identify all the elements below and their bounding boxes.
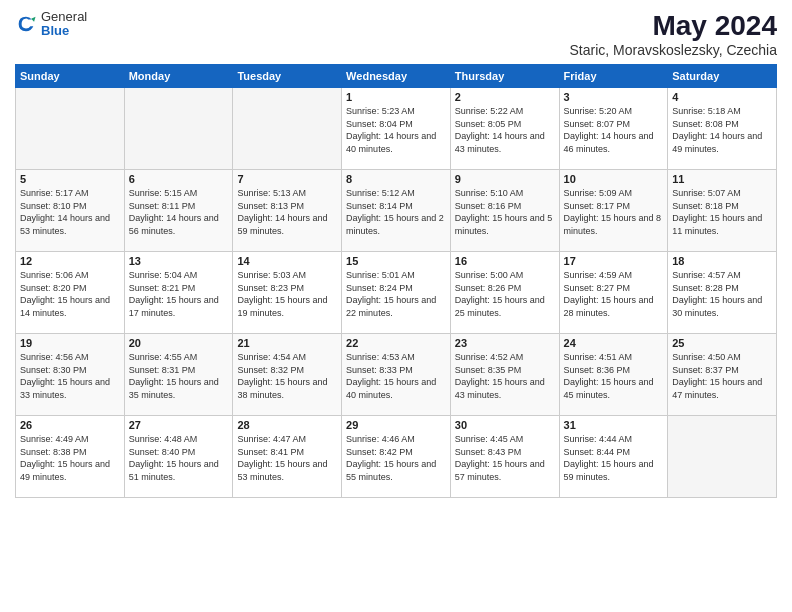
title-area: May 2024 Staric, Moravskoslezsky, Czechi… bbox=[570, 10, 777, 58]
sun-info: Sunrise: 4:50 AM Sunset: 8:37 PM Dayligh… bbox=[672, 351, 772, 401]
sun-info: Sunrise: 4:47 AM Sunset: 8:41 PM Dayligh… bbox=[237, 433, 337, 483]
day-number: 10 bbox=[564, 173, 664, 185]
calendar-cell: 25 Sunrise: 4:50 AM Sunset: 8:37 PM Dayl… bbox=[668, 334, 777, 416]
calendar-cell: 9 Sunrise: 5:10 AM Sunset: 8:16 PM Dayli… bbox=[450, 170, 559, 252]
day-number: 21 bbox=[237, 337, 337, 349]
sun-info: Sunrise: 4:46 AM Sunset: 8:42 PM Dayligh… bbox=[346, 433, 446, 483]
day-number: 25 bbox=[672, 337, 772, 349]
day-number: 4 bbox=[672, 91, 772, 103]
day-number: 31 bbox=[564, 419, 664, 431]
day-number: 1 bbox=[346, 91, 446, 103]
calendar-cell: 28 Sunrise: 4:47 AM Sunset: 8:41 PM Dayl… bbox=[233, 416, 342, 498]
calendar-cell: 27 Sunrise: 4:48 AM Sunset: 8:40 PM Dayl… bbox=[124, 416, 233, 498]
calendar-cell: 21 Sunrise: 4:54 AM Sunset: 8:32 PM Dayl… bbox=[233, 334, 342, 416]
day-number: 26 bbox=[20, 419, 120, 431]
day-number: 3 bbox=[564, 91, 664, 103]
week-row-4: 19 Sunrise: 4:56 AM Sunset: 8:30 PM Dayl… bbox=[16, 334, 777, 416]
sun-info: Sunrise: 5:18 AM Sunset: 8:08 PM Dayligh… bbox=[672, 105, 772, 155]
header-saturday: Saturday bbox=[668, 65, 777, 88]
header-monday: Monday bbox=[124, 65, 233, 88]
week-row-1: 1 Sunrise: 5:23 AM Sunset: 8:04 PM Dayli… bbox=[16, 88, 777, 170]
sun-info: Sunrise: 5:01 AM Sunset: 8:24 PM Dayligh… bbox=[346, 269, 446, 319]
sun-info: Sunrise: 4:56 AM Sunset: 8:30 PM Dayligh… bbox=[20, 351, 120, 401]
header: General Blue May 2024 Staric, Moravskosl… bbox=[15, 10, 777, 58]
calendar-cell bbox=[124, 88, 233, 170]
header-row: Sunday Monday Tuesday Wednesday Thursday… bbox=[16, 65, 777, 88]
calendar-cell: 12 Sunrise: 5:06 AM Sunset: 8:20 PM Dayl… bbox=[16, 252, 125, 334]
day-number: 28 bbox=[237, 419, 337, 431]
calendar-cell: 17 Sunrise: 4:59 AM Sunset: 8:27 PM Dayl… bbox=[559, 252, 668, 334]
sun-info: Sunrise: 4:52 AM Sunset: 8:35 PM Dayligh… bbox=[455, 351, 555, 401]
location-title: Staric, Moravskoslezsky, Czechia bbox=[570, 42, 777, 58]
calendar-cell: 5 Sunrise: 5:17 AM Sunset: 8:10 PM Dayli… bbox=[16, 170, 125, 252]
logo-general: General bbox=[41, 10, 87, 24]
sun-info: Sunrise: 4:48 AM Sunset: 8:40 PM Dayligh… bbox=[129, 433, 229, 483]
calendar-cell: 24 Sunrise: 4:51 AM Sunset: 8:36 PM Dayl… bbox=[559, 334, 668, 416]
day-number: 14 bbox=[237, 255, 337, 267]
calendar-cell bbox=[233, 88, 342, 170]
logo-text: General Blue bbox=[41, 10, 87, 39]
sun-info: Sunrise: 4:54 AM Sunset: 8:32 PM Dayligh… bbox=[237, 351, 337, 401]
sun-info: Sunrise: 5:07 AM Sunset: 8:18 PM Dayligh… bbox=[672, 187, 772, 237]
calendar-table: Sunday Monday Tuesday Wednesday Thursday… bbox=[15, 64, 777, 498]
calendar-cell: 2 Sunrise: 5:22 AM Sunset: 8:05 PM Dayli… bbox=[450, 88, 559, 170]
calendar-cell: 11 Sunrise: 5:07 AM Sunset: 8:18 PM Dayl… bbox=[668, 170, 777, 252]
calendar-cell bbox=[16, 88, 125, 170]
week-row-5: 26 Sunrise: 4:49 AM Sunset: 8:38 PM Dayl… bbox=[16, 416, 777, 498]
calendar-cell: 1 Sunrise: 5:23 AM Sunset: 8:04 PM Dayli… bbox=[342, 88, 451, 170]
sun-info: Sunrise: 5:03 AM Sunset: 8:23 PM Dayligh… bbox=[237, 269, 337, 319]
day-number: 20 bbox=[129, 337, 229, 349]
calendar-cell: 15 Sunrise: 5:01 AM Sunset: 8:24 PM Dayl… bbox=[342, 252, 451, 334]
sun-info: Sunrise: 5:23 AM Sunset: 8:04 PM Dayligh… bbox=[346, 105, 446, 155]
header-wednesday: Wednesday bbox=[342, 65, 451, 88]
day-number: 15 bbox=[346, 255, 446, 267]
day-number: 24 bbox=[564, 337, 664, 349]
day-number: 27 bbox=[129, 419, 229, 431]
day-number: 8 bbox=[346, 173, 446, 185]
sun-info: Sunrise: 5:00 AM Sunset: 8:26 PM Dayligh… bbox=[455, 269, 555, 319]
header-sunday: Sunday bbox=[16, 65, 125, 88]
week-row-2: 5 Sunrise: 5:17 AM Sunset: 8:10 PM Dayli… bbox=[16, 170, 777, 252]
month-title: May 2024 bbox=[570, 10, 777, 42]
day-number: 23 bbox=[455, 337, 555, 349]
calendar-cell: 20 Sunrise: 4:55 AM Sunset: 8:31 PM Dayl… bbox=[124, 334, 233, 416]
calendar-cell: 18 Sunrise: 4:57 AM Sunset: 8:28 PM Dayl… bbox=[668, 252, 777, 334]
day-number: 6 bbox=[129, 173, 229, 185]
sun-info: Sunrise: 4:49 AM Sunset: 8:38 PM Dayligh… bbox=[20, 433, 120, 483]
sun-info: Sunrise: 5:06 AM Sunset: 8:20 PM Dayligh… bbox=[20, 269, 120, 319]
sun-info: Sunrise: 5:22 AM Sunset: 8:05 PM Dayligh… bbox=[455, 105, 555, 155]
logo-blue: Blue bbox=[41, 24, 87, 38]
sun-info: Sunrise: 4:45 AM Sunset: 8:43 PM Dayligh… bbox=[455, 433, 555, 483]
logo-icon bbox=[15, 13, 37, 35]
day-number: 29 bbox=[346, 419, 446, 431]
sun-info: Sunrise: 5:04 AM Sunset: 8:21 PM Dayligh… bbox=[129, 269, 229, 319]
sun-info: Sunrise: 5:09 AM Sunset: 8:17 PM Dayligh… bbox=[564, 187, 664, 237]
sun-info: Sunrise: 4:57 AM Sunset: 8:28 PM Dayligh… bbox=[672, 269, 772, 319]
calendar-cell: 19 Sunrise: 4:56 AM Sunset: 8:30 PM Dayl… bbox=[16, 334, 125, 416]
day-number: 9 bbox=[455, 173, 555, 185]
day-number: 16 bbox=[455, 255, 555, 267]
day-number: 22 bbox=[346, 337, 446, 349]
day-number: 30 bbox=[455, 419, 555, 431]
sun-info: Sunrise: 4:55 AM Sunset: 8:31 PM Dayligh… bbox=[129, 351, 229, 401]
calendar-cell: 31 Sunrise: 4:44 AM Sunset: 8:44 PM Dayl… bbox=[559, 416, 668, 498]
sun-info: Sunrise: 4:53 AM Sunset: 8:33 PM Dayligh… bbox=[346, 351, 446, 401]
calendar-cell: 6 Sunrise: 5:15 AM Sunset: 8:11 PM Dayli… bbox=[124, 170, 233, 252]
sun-info: Sunrise: 5:15 AM Sunset: 8:11 PM Dayligh… bbox=[129, 187, 229, 237]
week-row-3: 12 Sunrise: 5:06 AM Sunset: 8:20 PM Dayl… bbox=[16, 252, 777, 334]
sun-info: Sunrise: 5:10 AM Sunset: 8:16 PM Dayligh… bbox=[455, 187, 555, 237]
logo: General Blue bbox=[15, 10, 87, 39]
day-number: 2 bbox=[455, 91, 555, 103]
sun-info: Sunrise: 5:12 AM Sunset: 8:14 PM Dayligh… bbox=[346, 187, 446, 237]
sun-info: Sunrise: 4:59 AM Sunset: 8:27 PM Dayligh… bbox=[564, 269, 664, 319]
header-tuesday: Tuesday bbox=[233, 65, 342, 88]
calendar-cell: 4 Sunrise: 5:18 AM Sunset: 8:08 PM Dayli… bbox=[668, 88, 777, 170]
calendar-cell: 14 Sunrise: 5:03 AM Sunset: 8:23 PM Dayl… bbox=[233, 252, 342, 334]
day-number: 17 bbox=[564, 255, 664, 267]
calendar-cell: 23 Sunrise: 4:52 AM Sunset: 8:35 PM Dayl… bbox=[450, 334, 559, 416]
header-friday: Friday bbox=[559, 65, 668, 88]
calendar-cell: 30 Sunrise: 4:45 AM Sunset: 8:43 PM Dayl… bbox=[450, 416, 559, 498]
sun-info: Sunrise: 4:51 AM Sunset: 8:36 PM Dayligh… bbox=[564, 351, 664, 401]
calendar-cell bbox=[668, 416, 777, 498]
calendar-cell: 29 Sunrise: 4:46 AM Sunset: 8:42 PM Dayl… bbox=[342, 416, 451, 498]
